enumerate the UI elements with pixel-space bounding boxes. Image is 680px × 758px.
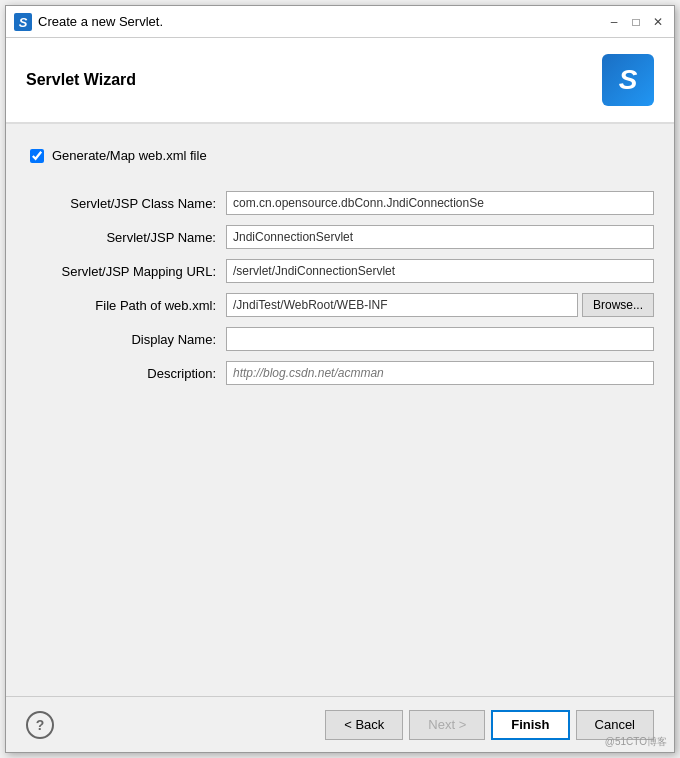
- title-bar: S Create a new Servlet. – □ ✕: [6, 6, 674, 38]
- class-name-label: Servlet/JSP Class Name:: [26, 196, 226, 211]
- svg-text:S: S: [19, 15, 28, 30]
- description-label: Description:: [26, 366, 226, 381]
- close-button[interactable]: ✕: [650, 14, 666, 30]
- servlet-name-input[interactable]: [226, 225, 654, 249]
- footer-section: ? < Back Next > Finish Cancel: [6, 696, 674, 752]
- maximize-button[interactable]: □: [628, 14, 644, 30]
- description-input-wrapper: [226, 361, 654, 385]
- description-input[interactable]: [226, 361, 654, 385]
- minimize-button[interactable]: –: [606, 14, 622, 30]
- generate-webxml-checkbox[interactable]: [30, 149, 44, 163]
- content-area: Servlet Wizard S Generate/Map web.xml fi…: [6, 38, 674, 696]
- class-name-row: Servlet/JSP Class Name:: [26, 191, 654, 215]
- main-window: S Create a new Servlet. – □ ✕ Servlet Wi…: [5, 5, 675, 753]
- servlet-name-row: Servlet/JSP Name:: [26, 225, 654, 249]
- mapping-url-input-wrapper: [226, 259, 654, 283]
- form-section: Generate/Map web.xml file Servlet/JSP Cl…: [6, 124, 674, 696]
- file-path-input[interactable]: [226, 293, 578, 317]
- browse-button[interactable]: Browse...: [582, 293, 654, 317]
- mapping-url-input[interactable]: [226, 259, 654, 283]
- class-name-input-wrapper: [226, 191, 654, 215]
- help-button[interactable]: ?: [26, 711, 54, 739]
- display-name-label: Display Name:: [26, 332, 226, 347]
- display-name-input-wrapper: [226, 327, 654, 351]
- file-path-row: File Path of web.xml: Browse...: [26, 293, 654, 317]
- class-name-input[interactable]: [226, 191, 654, 215]
- wizard-title: Servlet Wizard: [26, 71, 136, 89]
- file-path-label: File Path of web.xml:: [26, 298, 226, 313]
- header-section: Servlet Wizard S: [6, 38, 674, 124]
- servlet-name-input-wrapper: [226, 225, 654, 249]
- window-icon: S: [14, 13, 32, 31]
- servlet-name-label: Servlet/JSP Name:: [26, 230, 226, 245]
- finish-button[interactable]: Finish: [491, 710, 569, 740]
- back-button[interactable]: < Back: [325, 710, 403, 740]
- generate-webxml-label: Generate/Map web.xml file: [52, 148, 207, 163]
- next-button[interactable]: Next >: [409, 710, 485, 740]
- wizard-logo: S: [602, 54, 654, 106]
- description-row: Description:: [26, 361, 654, 385]
- window-controls: – □ ✕: [606, 14, 666, 30]
- window-title: Create a new Servlet.: [38, 14, 606, 29]
- display-name-row: Display Name:: [26, 327, 654, 351]
- file-path-input-wrapper: Browse...: [226, 293, 654, 317]
- mapping-url-row: Servlet/JSP Mapping URL:: [26, 259, 654, 283]
- display-name-input[interactable]: [226, 327, 654, 351]
- mapping-url-label: Servlet/JSP Mapping URL:: [26, 264, 226, 279]
- generate-webxml-row: Generate/Map web.xml file: [26, 140, 654, 171]
- watermark: @51CTO博客: [605, 735, 667, 749]
